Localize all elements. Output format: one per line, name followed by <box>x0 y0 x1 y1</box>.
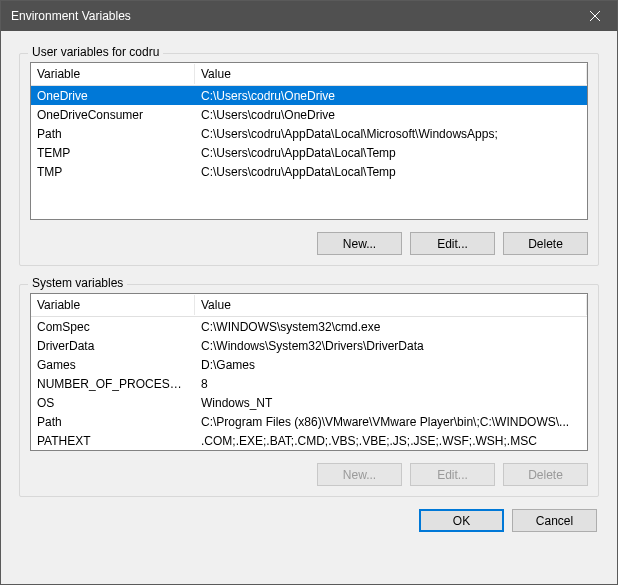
column-value[interactable]: Value <box>195 295 587 315</box>
cell-variable: OneDriveConsumer <box>31 107 195 123</box>
cell-value: C:\Users\codru\AppData\Local\Temp <box>195 164 587 180</box>
user-variables-table[interactable]: Variable Value OneDriveC:\Users\codru\On… <box>30 62 588 220</box>
cell-value: D:\Games <box>195 357 587 373</box>
table-row[interactable]: PathC:\Program Files (x86)\VMware\VMware… <box>31 412 587 431</box>
column-variable[interactable]: Variable <box>31 295 195 315</box>
table-row[interactable]: GamesD:\Games <box>31 355 587 374</box>
table-row[interactable]: DriverDataC:\Windows\System32\Drivers\Dr… <box>31 336 587 355</box>
user-buttons: New... Edit... Delete <box>30 232 588 255</box>
cell-value: C:\Windows\System32\Drivers\DriverData <box>195 338 587 354</box>
environment-variables-dialog: Environment Variables User variables for… <box>0 0 618 585</box>
user-new-button[interactable]: New... <box>317 232 402 255</box>
column-value[interactable]: Value <box>195 64 587 84</box>
cell-value: C:\Users\codru\AppData\Local\Temp <box>195 145 587 161</box>
cell-variable: NUMBER_OF_PROCESSORS <box>31 376 195 392</box>
user-variables-label: User variables for codru <box>28 45 163 59</box>
system-variables-group: System variables Variable Value ComSpecC… <box>19 284 599 497</box>
system-delete-button[interactable]: Delete <box>503 463 588 486</box>
ok-button[interactable]: OK <box>419 509 504 532</box>
close-button[interactable] <box>572 1 617 31</box>
cell-variable: ComSpec <box>31 319 195 335</box>
table-row[interactable]: ComSpecC:\WINDOWS\system32\cmd.exe <box>31 317 587 336</box>
system-edit-button[interactable]: Edit... <box>410 463 495 486</box>
cell-variable: OneDrive <box>31 88 195 104</box>
cell-variable: PATHEXT <box>31 433 195 449</box>
table-header: Variable Value <box>31 63 587 86</box>
cell-value: .COM;.EXE;.BAT;.CMD;.VBS;.VBE;.JS;.JSE;.… <box>195 433 587 449</box>
cell-value: C:\Program Files (x86)\VMware\VMware Pla… <box>195 414 587 430</box>
cell-value: C:\Users\codru\OneDrive <box>195 107 587 123</box>
table-row[interactable]: OneDriveC:\Users\codru\OneDrive <box>31 86 587 105</box>
table-row[interactable]: OneDriveConsumerC:\Users\codru\OneDrive <box>31 105 587 124</box>
cell-variable: Path <box>31 126 195 142</box>
table-row[interactable]: NUMBER_OF_PROCESSORS8 <box>31 374 587 393</box>
table-row[interactable]: PathC:\Users\codru\AppData\Local\Microso… <box>31 124 587 143</box>
cell-variable: Games <box>31 357 195 373</box>
cell-variable: TEMP <box>31 145 195 161</box>
cell-variable: OS <box>31 395 195 411</box>
dialog-content: User variables for codru Variable Value … <box>1 31 617 584</box>
user-variables-group: User variables for codru Variable Value … <box>19 53 599 266</box>
cell-variable: TMP <box>31 164 195 180</box>
table-row[interactable]: PATHEXT.COM;.EXE;.BAT;.CMD;.VBS;.VBE;.JS… <box>31 431 587 450</box>
cancel-button[interactable]: Cancel <box>512 509 597 532</box>
system-variables-table[interactable]: Variable Value ComSpecC:\WINDOWS\system3… <box>30 293 588 451</box>
cell-variable: Path <box>31 414 195 430</box>
dialog-buttons: OK Cancel <box>19 497 599 532</box>
titlebar: Environment Variables <box>1 1 617 31</box>
table-row[interactable]: OSWindows_NT <box>31 393 587 412</box>
window-title: Environment Variables <box>11 9 572 23</box>
cell-value: C:\WINDOWS\system32\cmd.exe <box>195 319 587 335</box>
table-row[interactable]: TEMPC:\Users\codru\AppData\Local\Temp <box>31 143 587 162</box>
close-icon <box>590 11 600 21</box>
system-buttons: New... Edit... Delete <box>30 463 588 486</box>
cell-variable: DriverData <box>31 338 195 354</box>
cell-value: C:\Users\codru\AppData\Local\Microsoft\W… <box>195 126 587 142</box>
user-delete-button[interactable]: Delete <box>503 232 588 255</box>
system-new-button[interactable]: New... <box>317 463 402 486</box>
user-edit-button[interactable]: Edit... <box>410 232 495 255</box>
cell-value: C:\Users\codru\OneDrive <box>195 88 587 104</box>
system-variables-label: System variables <box>28 276 127 290</box>
cell-value: 8 <box>195 376 587 392</box>
column-variable[interactable]: Variable <box>31 64 195 84</box>
table-header: Variable Value <box>31 294 587 317</box>
table-row[interactable]: TMPC:\Users\codru\AppData\Local\Temp <box>31 162 587 181</box>
cell-value: Windows_NT <box>195 395 587 411</box>
